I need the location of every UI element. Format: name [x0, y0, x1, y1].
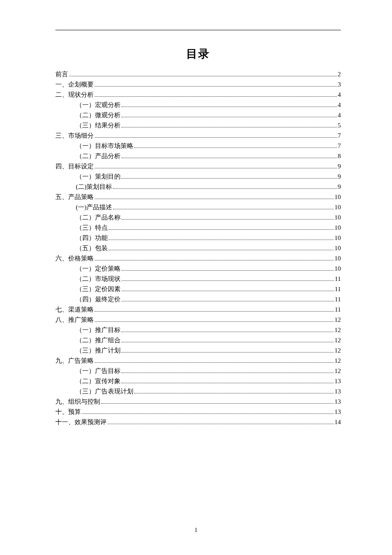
toc-entry[interactable]: （三）定价因素11 [55, 284, 341, 294]
toc-entry[interactable]: （一）推广目标12 [55, 325, 341, 335]
toc-entry-label: 三、市场细分 [55, 130, 94, 141]
toc-entry-label: 九、组织与控制 [55, 396, 100, 407]
toc-entry[interactable]: （四）功能10 [55, 233, 341, 243]
toc-entry-page: 10 [334, 243, 341, 253]
toc-entry[interactable]: 四、目标设定9 [55, 161, 341, 171]
toc-entry-label: （二）推广组合 [55, 335, 121, 345]
toc-leader-dots [113, 209, 334, 209]
toc-entry-label: （三）推广计划 [55, 345, 121, 356]
toc-entry[interactable]: （三）结果分析5 [55, 120, 341, 130]
toc-entry-page: 10 [334, 223, 341, 233]
toc-entry-label: （三）广告表现计划 [55, 386, 133, 396]
toc-entry-page: 9 [338, 161, 341, 171]
toc-entry[interactable]: （二）微观分析4 [55, 110, 341, 120]
toc-entry-page: 7 [338, 141, 341, 151]
toc-entry-page: 7 [338, 130, 341, 141]
toc-entry-page: 4 [338, 90, 341, 100]
toc-entry[interactable]: （一）宏观分析4 [55, 100, 341, 110]
toc-entry[interactable]: 前言2 [55, 69, 341, 79]
toc-entry[interactable]: （二）推广组合12 [55, 335, 341, 345]
toc-title: 目录 [55, 46, 341, 61]
toc-entry-label: （一）定价策略 [55, 263, 121, 274]
toc-leader-dots [95, 362, 334, 363]
toc-entry-page: 12 [334, 345, 341, 356]
toc-entry-label: 前言 [55, 69, 68, 79]
toc-leader-dots [134, 147, 337, 148]
toc-entry[interactable]: （二）产品分析8 [55, 151, 341, 161]
toc-entry[interactable]: （一）广告目标12 [55, 366, 341, 376]
toc-entry-label: （二）宣传对象 [55, 376, 121, 386]
toc-entry-label: （一）策划目的 [55, 171, 121, 182]
toc-entry-label: 八、推广策略 [55, 315, 94, 325]
toc-entry-label: （四）功能 [55, 233, 108, 243]
toc-leader-dots [95, 199, 334, 199]
toc-entry[interactable]: 十、预算13 [55, 407, 341, 417]
toc-leader-dots [121, 270, 334, 271]
toc-entry-page: 10 [334, 253, 341, 263]
toc-leader-dots [82, 413, 334, 414]
toc-entry[interactable]: （三）推广计划12 [55, 345, 341, 356]
toc-entry-label: 二、现状分析 [55, 90, 94, 100]
toc-entry[interactable]: 五、产品策略10 [55, 192, 341, 202]
toc-entry[interactable]: （四）最终定价11 [55, 294, 341, 304]
toc-entry-label: 一、企划概要 [55, 79, 94, 90]
toc-entry[interactable]: (一)产品描述10 [55, 202, 341, 212]
toc-entry-page: 9 [338, 171, 341, 182]
toc-entry-label: （四）最终定价 [55, 294, 121, 304]
toc-entry[interactable]: 八、推广策略12 [55, 315, 341, 325]
toc-leader-dots [109, 250, 334, 250]
toc-leader-dots [107, 424, 334, 424]
toc-entry[interactable]: （一）定价策略10 [55, 263, 341, 274]
toc-entry-page: 12 [334, 325, 341, 335]
toc-entry[interactable]: 九、广告策略12 [55, 356, 341, 366]
toc-entry[interactable]: 三、市场细分7 [55, 130, 341, 141]
toc-leader-dots [113, 188, 337, 189]
table-of-contents: 前言2一、企划概要3二、现状分析4（一）宏观分析4（二）微观分析4（三）结果分析… [55, 69, 341, 427]
toc-entry-label: 四、目标设定 [55, 161, 94, 171]
toc-leader-dots [121, 219, 334, 220]
toc-leader-dots [121, 117, 337, 117]
top-rule [55, 30, 341, 30]
toc-entry-label: 九、广告策略 [55, 356, 94, 366]
toc-entry[interactable]: 七、渠道策略11 [55, 304, 341, 315]
toc-entry[interactable]: （五）包装10 [55, 243, 341, 253]
toc-entry-label: （二）市场现状 [55, 274, 121, 284]
toc-entry[interactable]: 十一、效果预测评14 [55, 417, 341, 427]
toc-entry-label: （一）目标市场策略 [55, 141, 133, 151]
toc-leader-dots [121, 383, 334, 383]
toc-entry[interactable]: 一、企划概要3 [55, 79, 341, 90]
toc-entry-page: 11 [335, 284, 341, 294]
toc-leader-dots [121, 291, 334, 291]
toc-entry-page: 12 [334, 356, 341, 366]
footer-page-number: 1 [0, 527, 392, 534]
toc-leader-dots [121, 178, 337, 179]
toc-entry[interactable]: 九、组织与控制13 [55, 396, 341, 407]
toc-entry[interactable]: （二）市场现状11 [55, 274, 341, 284]
toc-entry-page: 11 [335, 274, 341, 284]
toc-entry-page: 10 [334, 233, 341, 243]
toc-leader-dots [109, 229, 334, 230]
toc-entry-page: 2 [338, 69, 341, 79]
toc-entry-page: 3 [338, 79, 341, 90]
toc-entry-page: 12 [334, 366, 341, 376]
toc-entry[interactable]: 二、现状分析4 [55, 90, 341, 100]
toc-entry-page: 13 [334, 376, 341, 386]
toc-entry-page: 12 [334, 335, 341, 345]
toc-entry-label: （三）结果分析 [55, 120, 121, 130]
toc-entry-page: 13 [334, 407, 341, 417]
toc-entry[interactable]: （一）目标市场策略7 [55, 141, 341, 151]
toc-entry-page: 10 [334, 202, 341, 212]
toc-entry-page: 12 [334, 315, 341, 325]
toc-entry[interactable]: 六、价格策略10 [55, 253, 341, 263]
toc-entry-label: （二）微观分析 [55, 110, 121, 120]
toc-entry[interactable]: （三）特点10 [55, 223, 341, 233]
toc-entry-page: 5 [338, 120, 341, 130]
toc-entry[interactable]: （一）策划目的9 [55, 171, 341, 182]
toc-entry[interactable]: （三）广告表现计划13 [55, 386, 341, 396]
toc-leader-dots [121, 342, 334, 342]
toc-entry[interactable]: （二）产品名称10 [55, 212, 341, 223]
toc-entry[interactable]: （二）宣传对象13 [55, 376, 341, 386]
toc-entry[interactable]: (二)策划目标9 [55, 182, 341, 192]
toc-entry-label: （三）定价因素 [55, 284, 121, 294]
toc-entry-label: (二)策划目标 [55, 182, 112, 192]
